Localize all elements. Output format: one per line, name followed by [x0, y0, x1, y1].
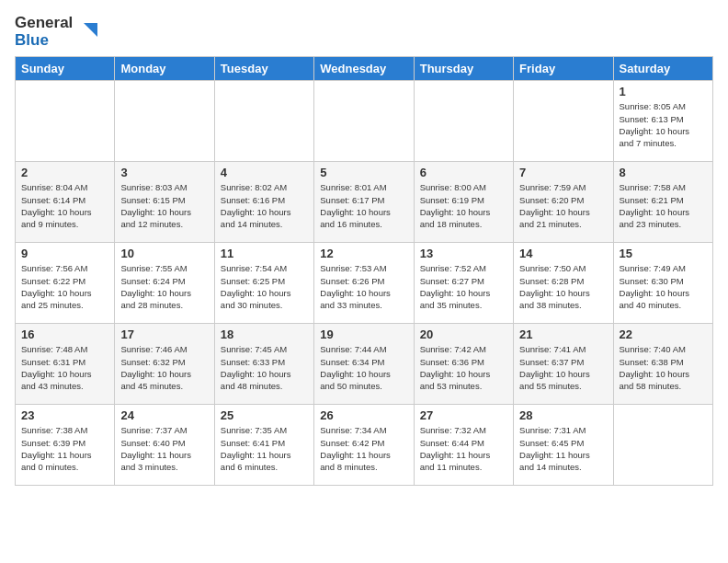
day-number: 8: [620, 166, 707, 179]
day-info: Sunrise: 7:42 AM Sunset: 6:36 PM Dayligh…: [420, 343, 507, 392]
day-info: Sunrise: 7:52 AM Sunset: 6:27 PM Dayligh…: [420, 262, 507, 311]
day-number: 21: [519, 327, 607, 341]
page-header: General Blue: [15, 15, 713, 49]
week-row-2: 9Sunrise: 7:56 AM Sunset: 6:22 PM Daylig…: [16, 243, 713, 324]
day-number: 9: [21, 247, 108, 260]
day-info: Sunrise: 7:48 AM Sunset: 6:31 PM Dayligh…: [21, 343, 108, 392]
day-info: Sunrise: 7:31 AM Sunset: 6:45 PM Dayligh…: [519, 424, 607, 473]
day-cell: 18Sunrise: 7:45 AM Sunset: 6:33 PM Dayli…: [214, 324, 313, 405]
day-cell: 8Sunrise: 7:58 AM Sunset: 6:21 PM Daylig…: [613, 162, 712, 243]
day-cell: 21Sunrise: 7:41 AM Sunset: 6:37 PM Dayli…: [514, 324, 613, 405]
day-cell: 3Sunrise: 8:03 AM Sunset: 6:15 PM Daylig…: [115, 162, 214, 243]
day-number: 24: [120, 408, 208, 422]
week-row-1: 2Sunrise: 8:04 AM Sunset: 6:14 PM Daylig…: [16, 162, 713, 243]
day-cell: 7Sunrise: 7:59 AM Sunset: 6:20 PM Daylig…: [514, 162, 613, 243]
day-cell: [514, 81, 613, 162]
day-cell: [613, 405, 712, 486]
day-number: 18: [221, 327, 308, 341]
day-info: Sunrise: 7:58 AM Sunset: 6:21 PM Dayligh…: [620, 181, 707, 230]
day-number: 25: [221, 408, 308, 422]
day-info: Sunrise: 7:53 AM Sunset: 6:26 PM Dayligh…: [320, 262, 407, 311]
day-number: 14: [519, 247, 607, 260]
day-cell: 27Sunrise: 7:32 AM Sunset: 6:44 PM Dayli…: [414, 405, 513, 486]
day-info: Sunrise: 7:41 AM Sunset: 6:37 PM Dayligh…: [519, 343, 607, 392]
week-row-3: 16Sunrise: 7:48 AM Sunset: 6:31 PM Dayli…: [16, 324, 713, 405]
day-number: 28: [519, 408, 607, 422]
day-info: Sunrise: 7:55 AM Sunset: 6:24 PM Dayligh…: [120, 262, 208, 311]
day-number: 3: [120, 166, 208, 179]
header-row: SundayMondayTuesdayWednesdayThursdayFrid…: [16, 57, 713, 81]
day-number: 1: [620, 85, 707, 98]
day-info: Sunrise: 7:54 AM Sunset: 6:25 PM Dayligh…: [221, 262, 308, 311]
day-number: 6: [420, 166, 507, 179]
day-cell: 12Sunrise: 7:53 AM Sunset: 6:26 PM Dayli…: [314, 243, 414, 324]
day-info: Sunrise: 7:35 AM Sunset: 6:41 PM Dayligh…: [221, 424, 308, 473]
day-cell: [16, 81, 115, 162]
day-number: 11: [221, 247, 308, 260]
header-thursday: Thursday: [414, 57, 513, 81]
day-info: Sunrise: 7:40 AM Sunset: 6:38 PM Dayligh…: [620, 343, 707, 392]
day-cell: 2Sunrise: 8:04 AM Sunset: 6:14 PM Daylig…: [16, 162, 115, 243]
day-cell: 19Sunrise: 7:44 AM Sunset: 6:34 PM Dayli…: [314, 324, 414, 405]
day-cell: 15Sunrise: 7:49 AM Sunset: 6:30 PM Dayli…: [613, 243, 712, 324]
header-saturday: Saturday: [613, 57, 712, 81]
day-number: 23: [21, 408, 108, 422]
header-sunday: Sunday: [16, 57, 115, 81]
day-info: Sunrise: 7:38 AM Sunset: 6:39 PM Dayligh…: [21, 424, 108, 473]
day-number: 27: [420, 408, 507, 422]
day-info: Sunrise: 8:00 AM Sunset: 6:19 PM Dayligh…: [420, 181, 507, 230]
day-number: 4: [221, 166, 308, 179]
logo-general: General: [15, 15, 73, 32]
day-cell: 20Sunrise: 7:42 AM Sunset: 6:36 PM Dayli…: [414, 324, 513, 405]
day-info: Sunrise: 7:32 AM Sunset: 6:44 PM Dayligh…: [420, 424, 507, 473]
day-number: 16: [21, 327, 108, 341]
logo-blue: Blue: [15, 32, 73, 50]
day-cell: 23Sunrise: 7:38 AM Sunset: 6:39 PM Dayli…: [16, 405, 115, 486]
day-cell: 1Sunrise: 8:05 AM Sunset: 6:13 PM Daylig…: [613, 81, 712, 162]
day-cell: 9Sunrise: 7:56 AM Sunset: 6:22 PM Daylig…: [16, 243, 115, 324]
day-info: Sunrise: 7:46 AM Sunset: 6:32 PM Dayligh…: [120, 343, 208, 392]
day-number: 12: [320, 247, 407, 260]
header-tuesday: Tuesday: [214, 57, 313, 81]
day-cell: 16Sunrise: 7:48 AM Sunset: 6:31 PM Dayli…: [16, 324, 115, 405]
svg-marker-0: [84, 23, 97, 37]
header-friday: Friday: [514, 57, 613, 81]
day-cell: 28Sunrise: 7:31 AM Sunset: 6:45 PM Dayli…: [514, 405, 613, 486]
day-number: 26: [320, 408, 407, 422]
day-cell: 26Sunrise: 7:34 AM Sunset: 6:42 PM Dayli…: [314, 405, 414, 486]
day-cell: 4Sunrise: 8:02 AM Sunset: 6:16 PM Daylig…: [214, 162, 313, 243]
day-number: 7: [519, 166, 607, 179]
day-info: Sunrise: 7:34 AM Sunset: 6:42 PM Dayligh…: [320, 424, 407, 473]
day-info: Sunrise: 7:59 AM Sunset: 6:20 PM Dayligh…: [519, 181, 607, 230]
day-info: Sunrise: 7:44 AM Sunset: 6:34 PM Dayligh…: [320, 343, 407, 392]
day-number: 17: [120, 327, 208, 341]
day-cell: 14Sunrise: 7:50 AM Sunset: 6:28 PM Dayli…: [514, 243, 613, 324]
logo-icon: [74, 18, 102, 46]
day-info: Sunrise: 8:04 AM Sunset: 6:14 PM Dayligh…: [21, 181, 108, 230]
day-cell: [414, 81, 513, 162]
day-cell: 5Sunrise: 8:01 AM Sunset: 6:17 PM Daylig…: [314, 162, 414, 243]
day-number: 15: [620, 247, 707, 260]
day-number: 5: [320, 166, 407, 179]
calendar-table: SundayMondayTuesdayWednesdayThursdayFrid…: [15, 56, 713, 486]
day-number: 2: [21, 166, 108, 179]
day-cell: 25Sunrise: 7:35 AM Sunset: 6:41 PM Dayli…: [214, 405, 313, 486]
day-cell: 24Sunrise: 7:37 AM Sunset: 6:40 PM Dayli…: [115, 405, 214, 486]
day-cell: 6Sunrise: 8:00 AM Sunset: 6:19 PM Daylig…: [414, 162, 513, 243]
day-info: Sunrise: 7:56 AM Sunset: 6:22 PM Dayligh…: [21, 262, 108, 311]
day-info: Sunrise: 8:01 AM Sunset: 6:17 PM Dayligh…: [320, 181, 407, 230]
day-info: Sunrise: 7:45 AM Sunset: 6:33 PM Dayligh…: [221, 343, 308, 392]
day-info: Sunrise: 7:49 AM Sunset: 6:30 PM Dayligh…: [620, 262, 707, 311]
header-wednesday: Wednesday: [314, 57, 414, 81]
day-info: Sunrise: 7:50 AM Sunset: 6:28 PM Dayligh…: [519, 262, 607, 311]
day-cell: 13Sunrise: 7:52 AM Sunset: 6:27 PM Dayli…: [414, 243, 513, 324]
day-info: Sunrise: 8:05 AM Sunset: 6:13 PM Dayligh…: [620, 100, 707, 149]
day-info: Sunrise: 8:02 AM Sunset: 6:16 PM Dayligh…: [221, 181, 308, 230]
day-cell: 17Sunrise: 7:46 AM Sunset: 6:32 PM Dayli…: [115, 324, 214, 405]
day-cell: 22Sunrise: 7:40 AM Sunset: 6:38 PM Dayli…: [613, 324, 712, 405]
day-number: 19: [320, 327, 407, 341]
day-cell: [214, 81, 313, 162]
day-number: 22: [620, 327, 707, 341]
day-cell: 11Sunrise: 7:54 AM Sunset: 6:25 PM Dayli…: [214, 243, 313, 324]
day-cell: 10Sunrise: 7:55 AM Sunset: 6:24 PM Dayli…: [115, 243, 214, 324]
